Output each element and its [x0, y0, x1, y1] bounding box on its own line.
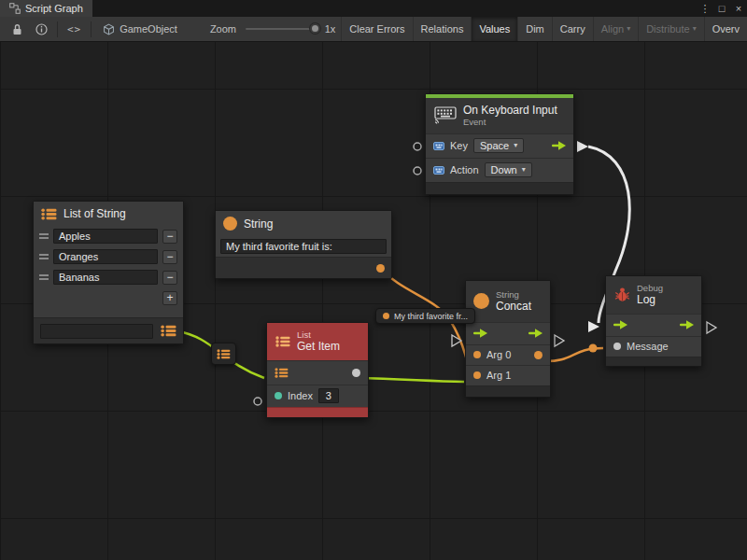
node-list-of-string[interactable]: List of String Apples − Oranges − Banana… — [33, 201, 184, 344]
node-header: String Concat — [466, 281, 550, 322]
list-item-field[interactable]: Bananas — [53, 270, 158, 285]
unconnected-port-action[interactable] — [414, 167, 421, 175]
concat-output-port[interactable] — [534, 351, 543, 359]
index-field[interactable]: 3 — [318, 388, 339, 403]
info-button[interactable] — [29, 23, 54, 35]
arg0-label: Arg 0 — [486, 349, 511, 360]
flow-output-port[interactable] — [529, 329, 543, 338]
clear-errors-label: Clear Errors — [349, 23, 404, 35]
relations-label: Relations — [421, 23, 464, 35]
remove-item-button[interactable]: − — [162, 250, 177, 264]
carry-button[interactable]: Carry — [552, 17, 593, 42]
wire-getitem-to-concat-arg1[interactable] — [356, 378, 464, 382]
node-on-keyboard-input[interactable]: On Keyboard Input Event Key Space ▾ Acti… — [425, 93, 574, 195]
message-row: Message — [606, 336, 701, 357]
arg0-row: Arg 0 — [466, 344, 550, 365]
add-item-button[interactable]: + — [162, 291, 177, 305]
node-footer — [216, 257, 391, 278]
gameobject-chip[interactable]: GameObject — [94, 23, 186, 35]
flow-input-port[interactable] — [473, 329, 487, 338]
dim-button[interactable]: Dim — [517, 17, 552, 42]
code-view-button[interactable]: <> — [61, 23, 88, 35]
list-output-port[interactable] — [161, 325, 176, 337]
list-item-row: Bananas − — [34, 267, 183, 287]
node-header: String — [216, 211, 391, 236]
list-input-row — [267, 360, 368, 385]
index-row: Index 3 — [267, 385, 368, 407]
arg1-row: Arg 1 — [466, 365, 550, 385]
message-label: Message — [627, 341, 669, 352]
code-icon: <> — [67, 23, 81, 35]
node-category: String — [496, 289, 531, 300]
close-icon: × — [736, 3, 741, 14]
arg1-input-port[interactable] — [473, 371, 481, 379]
window-close-button[interactable]: × — [730, 0, 747, 17]
distribute-button: Distribute▾ — [638, 17, 703, 42]
unconnected-port-index[interactable] — [254, 398, 261, 405]
overview-label: Overv — [712, 23, 740, 35]
node-concat[interactable]: String Concat Arg 0 Arg 1 — [465, 280, 551, 398]
item-output-port[interactable] — [352, 369, 360, 377]
action-dropdown[interactable]: Down ▾ — [485, 162, 532, 177]
list-item-field[interactable]: Oranges — [53, 249, 158, 264]
key-dropdown[interactable]: Space ▾ — [473, 138, 524, 153]
add-item-row: + — [34, 287, 183, 308]
window-menu-button[interactable]: ⋮ — [697, 0, 713, 17]
values-button[interactable]: Values — [471, 17, 517, 42]
clear-errors-button[interactable]: Clear Errors — [341, 17, 412, 42]
node-get-item[interactable]: List Get Item Index 3 — [266, 322, 369, 418]
remove-item-button[interactable]: − — [162, 230, 177, 244]
drag-handle-icon[interactable] — [39, 254, 49, 259]
string-value-field[interactable]: My third favorite fruit is: — [220, 239, 387, 254]
node-footer — [426, 182, 573, 194]
list-item-row: Apples − — [34, 226, 183, 246]
flow-output-marker-keyboard[interactable] — [577, 141, 588, 152]
zoom-slider[interactable] — [246, 28, 317, 30]
overview-button[interactable]: Overv — [704, 17, 747, 42]
string-output-port[interactable] — [376, 264, 385, 273]
flow-output-port[interactable] — [680, 320, 694, 329]
key-dropdown-value: Space — [480, 140, 509, 151]
node-footer — [34, 317, 183, 343]
lock-button[interactable] — [6, 23, 29, 35]
index-input-port[interactable] — [275, 392, 282, 399]
tab-script-graph[interactable]: Script Graph — [0, 0, 92, 17]
string-type-icon — [473, 293, 489, 309]
carry-label: Carry — [560, 23, 585, 35]
unconnected-flow-out-concat[interactable] — [555, 335, 564, 346]
unconnected-flow-out-log[interactable] — [707, 322, 716, 333]
flow-row — [606, 314, 701, 336]
graph-toolbar: <> GameObject Zoom 1x Clear Errors Relat… — [0, 17, 747, 42]
string-value-row: My third favorite fruit is: — [216, 236, 391, 257]
action-row: Action Down ▾ — [426, 158, 573, 182]
caret-down-icon: ▾ — [693, 25, 697, 33]
message-input-port[interactable] — [613, 343, 621, 350]
list-input-port[interactable] — [275, 368, 289, 378]
window-maximize-button[interactable]: □ — [713, 0, 730, 17]
align-label: Align — [601, 23, 624, 35]
caret-down-icon: ▾ — [514, 142, 517, 149]
graph-icon — [9, 3, 21, 14]
list-icon — [275, 336, 290, 347]
unconnected-port-key[interactable] — [414, 143, 421, 150]
arg0-input-port[interactable] — [473, 351, 481, 358]
remove-item-button[interactable]: − — [162, 271, 177, 285]
node-string-literal[interactable]: String My third favorite fruit is: — [215, 210, 392, 279]
toolbar-separator — [91, 21, 92, 37]
list-item-field[interactable]: Apples — [53, 229, 158, 244]
drag-handle-icon[interactable] — [39, 233, 49, 239]
caret-down-icon: ▾ — [627, 25, 630, 33]
value-preview-string: My third favorite fr... — [375, 308, 475, 324]
node-log[interactable]: Debug Log Message — [605, 275, 702, 367]
lock-icon — [12, 23, 22, 35]
node-body-spacer — [34, 308, 183, 317]
string-value-dot — [383, 313, 389, 319]
flow-input-port[interactable] — [613, 320, 627, 329]
flow-output-port[interactable] — [552, 141, 566, 150]
graph-canvas[interactable]: On Keyboard Input Event Key Space ▾ Acti… — [0, 42, 747, 560]
drag-handle-icon[interactable] — [39, 274, 49, 280]
zoom-slider-knob[interactable] — [310, 23, 320, 34]
relations-button[interactable]: Relations — [413, 17, 472, 42]
node-header: List of String — [34, 202, 183, 226]
node-title: List of String — [63, 207, 126, 220]
